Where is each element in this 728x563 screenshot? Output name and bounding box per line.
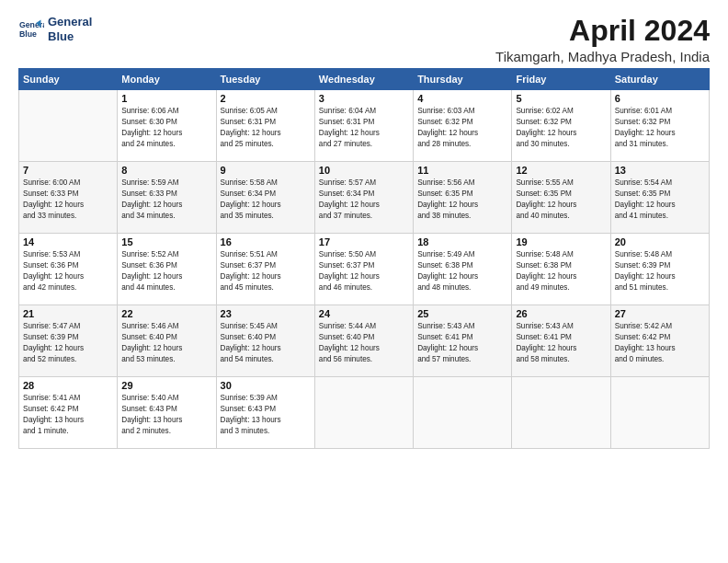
day-cell: 27Sunrise: 5:42 AM Sunset: 6:42 PM Dayli…: [610, 305, 709, 377]
day-number: 11: [417, 165, 507, 176]
location-title: Tikamgarh, Madhya Pradesh, India: [495, 49, 710, 64]
day-info: Sunrise: 5:39 AM Sunset: 6:43 PM Dayligh…: [221, 393, 311, 437]
day-info: Sunrise: 5:43 AM Sunset: 6:41 PM Dayligh…: [516, 321, 606, 365]
day-cell: 29Sunrise: 5:40 AM Sunset: 6:43 PM Dayli…: [118, 377, 216, 449]
weekday-header-friday: Friday: [512, 69, 610, 90]
day-number: 2: [221, 93, 311, 104]
day-number: 16: [221, 236, 311, 247]
day-number: 18: [417, 236, 507, 247]
day-cell: 12Sunrise: 5:55 AM Sunset: 6:35 PM Dayli…: [512, 162, 610, 234]
day-number: 24: [319, 308, 409, 319]
day-number: 14: [23, 236, 113, 247]
day-number: 13: [615, 165, 705, 176]
day-info: Sunrise: 5:50 AM Sunset: 6:37 PM Dayligh…: [319, 249, 409, 293]
day-number: 20: [615, 236, 705, 247]
day-info: Sunrise: 6:05 AM Sunset: 6:31 PM Dayligh…: [221, 106, 311, 150]
week-row-5: 28Sunrise: 5:41 AM Sunset: 6:42 PM Dayli…: [19, 377, 710, 449]
day-info: Sunrise: 6:03 AM Sunset: 6:32 PM Dayligh…: [417, 106, 507, 150]
day-cell: 22Sunrise: 5:46 AM Sunset: 6:40 PM Dayli…: [118, 305, 216, 377]
day-cell: 4Sunrise: 6:03 AM Sunset: 6:32 PM Daylig…: [414, 90, 512, 162]
day-info: Sunrise: 5:41 AM Sunset: 6:42 PM Dayligh…: [23, 393, 113, 437]
month-title: April 2024: [495, 15, 710, 47]
day-info: Sunrise: 5:45 AM Sunset: 6:40 PM Dayligh…: [221, 321, 311, 365]
day-number: 3: [319, 93, 409, 104]
day-info: Sunrise: 5:51 AM Sunset: 6:37 PM Dayligh…: [221, 249, 311, 293]
logo: General Blue General Blue: [18, 15, 92, 43]
day-number: 8: [121, 165, 211, 176]
header: General Blue General Blue April 2024 Tik…: [18, 15, 710, 64]
day-number: 17: [319, 236, 409, 247]
day-cell: [414, 377, 512, 449]
day-cell: 7Sunrise: 6:00 AM Sunset: 6:33 PM Daylig…: [19, 162, 118, 234]
day-info: Sunrise: 6:06 AM Sunset: 6:30 PM Dayligh…: [121, 106, 211, 150]
day-number: 19: [516, 236, 606, 247]
day-number: 6: [615, 93, 705, 104]
weekday-header-row: SundayMondayTuesdayWednesdayThursdayFrid…: [19, 69, 710, 90]
week-row-4: 21Sunrise: 5:47 AM Sunset: 6:39 PM Dayli…: [19, 305, 710, 377]
day-info: Sunrise: 5:52 AM Sunset: 6:36 PM Dayligh…: [121, 249, 211, 293]
day-cell: 24Sunrise: 5:44 AM Sunset: 6:40 PM Dayli…: [314, 305, 413, 377]
svg-text:Blue: Blue: [19, 29, 37, 38]
day-cell: 10Sunrise: 5:57 AM Sunset: 6:34 PM Dayli…: [314, 162, 413, 234]
day-number: 26: [516, 308, 606, 319]
day-info: Sunrise: 5:44 AM Sunset: 6:40 PM Dayligh…: [319, 321, 409, 365]
day-cell: 11Sunrise: 5:56 AM Sunset: 6:35 PM Dayli…: [414, 162, 512, 234]
logo-icon: General Blue: [18, 17, 44, 42]
day-number: 7: [23, 165, 113, 176]
day-info: Sunrise: 5:53 AM Sunset: 6:36 PM Dayligh…: [23, 249, 113, 293]
day-number: 15: [121, 236, 211, 247]
week-row-2: 7Sunrise: 6:00 AM Sunset: 6:33 PM Daylig…: [19, 162, 710, 234]
day-info: Sunrise: 6:00 AM Sunset: 6:33 PM Dayligh…: [23, 178, 113, 222]
day-info: Sunrise: 5:56 AM Sunset: 6:35 PM Dayligh…: [417, 178, 507, 222]
day-info: Sunrise: 5:40 AM Sunset: 6:43 PM Dayligh…: [121, 393, 211, 437]
day-info: Sunrise: 5:57 AM Sunset: 6:34 PM Dayligh…: [319, 178, 409, 222]
day-number: 9: [221, 165, 311, 176]
day-number: 27: [615, 308, 705, 319]
day-info: Sunrise: 5:48 AM Sunset: 6:39 PM Dayligh…: [615, 249, 705, 293]
day-info: Sunrise: 6:02 AM Sunset: 6:32 PM Dayligh…: [516, 106, 606, 150]
day-cell: 5Sunrise: 6:02 AM Sunset: 6:32 PM Daylig…: [512, 90, 610, 162]
day-cell: 6Sunrise: 6:01 AM Sunset: 6:32 PM Daylig…: [610, 90, 709, 162]
day-info: Sunrise: 5:54 AM Sunset: 6:35 PM Dayligh…: [615, 178, 705, 222]
day-cell: 15Sunrise: 5:52 AM Sunset: 6:36 PM Dayli…: [118, 234, 216, 305]
day-cell: 2Sunrise: 6:05 AM Sunset: 6:31 PM Daylig…: [216, 90, 314, 162]
day-info: Sunrise: 6:01 AM Sunset: 6:32 PM Dayligh…: [615, 106, 705, 150]
logo-text-line2: Blue: [48, 29, 92, 44]
day-info: Sunrise: 5:48 AM Sunset: 6:38 PM Dayligh…: [516, 249, 606, 293]
day-info: Sunrise: 5:46 AM Sunset: 6:40 PM Dayligh…: [121, 321, 211, 365]
day-cell: 17Sunrise: 5:50 AM Sunset: 6:37 PM Dayli…: [314, 234, 413, 305]
day-number: 5: [516, 93, 606, 104]
day-cell: 9Sunrise: 5:58 AM Sunset: 6:34 PM Daylig…: [216, 162, 314, 234]
day-info: Sunrise: 5:42 AM Sunset: 6:42 PM Dayligh…: [615, 321, 705, 365]
day-cell: 3Sunrise: 6:04 AM Sunset: 6:31 PM Daylig…: [314, 90, 413, 162]
day-info: Sunrise: 5:49 AM Sunset: 6:38 PM Dayligh…: [417, 249, 507, 293]
day-cell: 18Sunrise: 5:49 AM Sunset: 6:38 PM Dayli…: [414, 234, 512, 305]
day-info: Sunrise: 5:55 AM Sunset: 6:35 PM Dayligh…: [516, 178, 606, 222]
weekday-header-tuesday: Tuesday: [216, 69, 314, 90]
weekday-header-saturday: Saturday: [610, 69, 709, 90]
day-cell: [512, 377, 610, 449]
day-cell: 23Sunrise: 5:45 AM Sunset: 6:40 PM Dayli…: [216, 305, 314, 377]
day-number: 28: [23, 380, 113, 391]
week-row-1: 1Sunrise: 6:06 AM Sunset: 6:30 PM Daylig…: [19, 90, 710, 162]
day-cell: [314, 377, 413, 449]
day-number: 12: [516, 165, 606, 176]
day-cell: 8Sunrise: 5:59 AM Sunset: 6:33 PM Daylig…: [118, 162, 216, 234]
weekday-header-thursday: Thursday: [414, 69, 512, 90]
day-number: 23: [221, 308, 311, 319]
day-info: Sunrise: 5:43 AM Sunset: 6:41 PM Dayligh…: [417, 321, 507, 365]
calendar-container: General Blue General Blue April 2024 Tik…: [0, 0, 728, 458]
week-row-3: 14Sunrise: 5:53 AM Sunset: 6:36 PM Dayli…: [19, 234, 710, 305]
day-number: 22: [121, 308, 211, 319]
day-cell: 20Sunrise: 5:48 AM Sunset: 6:39 PM Dayli…: [610, 234, 709, 305]
day-number: 4: [417, 93, 507, 104]
day-number: 30: [221, 380, 311, 391]
day-info: Sunrise: 5:47 AM Sunset: 6:39 PM Dayligh…: [23, 321, 113, 365]
day-cell: 28Sunrise: 5:41 AM Sunset: 6:42 PM Dayli…: [19, 377, 118, 449]
day-cell: 14Sunrise: 5:53 AM Sunset: 6:36 PM Dayli…: [19, 234, 118, 305]
title-block: April 2024 Tikamgarh, Madhya Pradesh, In…: [495, 15, 710, 64]
day-number: 10: [319, 165, 409, 176]
day-cell: 21Sunrise: 5:47 AM Sunset: 6:39 PM Dayli…: [19, 305, 118, 377]
day-info: Sunrise: 6:04 AM Sunset: 6:31 PM Dayligh…: [319, 106, 409, 150]
weekday-header-monday: Monday: [118, 69, 216, 90]
